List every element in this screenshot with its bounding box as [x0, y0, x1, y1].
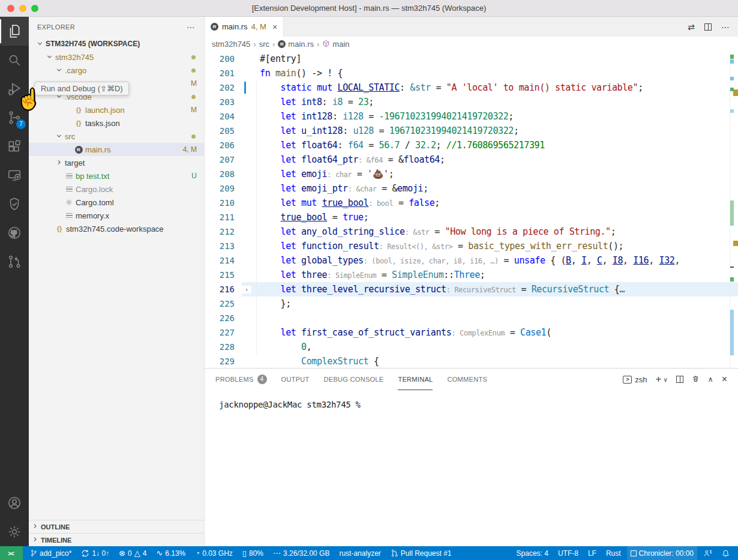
status-language[interactable]: Rust — [602, 546, 625, 560]
status-pull-request[interactable]: Pull Request #1 — [387, 546, 455, 560]
explorer-more-actions-icon[interactable]: ⋯ — [187, 22, 196, 32]
status-memory[interactable]: ⋯3.26/32.00 GB — [269, 546, 333, 560]
line-number: 202 — [205, 83, 242, 92]
minimize-window-button[interactable] — [19, 5, 26, 12]
code-line-225[interactable]: 225 }; — [205, 297, 738, 311]
open-changes-icon[interactable]: ⇄ — [688, 22, 695, 32]
remote-indicator[interactable]: >< — [0, 546, 23, 560]
code-line-227[interactable]: 227 let first_case_of_struct_variants: C… — [205, 325, 738, 340]
status-text: add_pico* — [40, 549, 71, 558]
code-line-213[interactable]: 213 let function_result: Result<(), &str… — [205, 239, 738, 253]
tab-close-icon[interactable]: × — [272, 22, 277, 32]
tree-item-stm32h745.code-workspace[interactable]: {}stm32h745.code-workspace — [29, 222, 204, 235]
close-panel-icon[interactable]: × — [722, 374, 727, 385]
tree-item-tasks.json[interactable]: {}tasks.json — [29, 116, 204, 130]
tab-main-rs[interactable]: R main.rs 4, M × — [205, 17, 284, 37]
tree-item-main.rs[interactable]: Rmain.rs4, M — [29, 143, 204, 156]
panel-tab-output[interactable]: OUTPUT — [281, 369, 310, 390]
chevron-down-icon[interactable] — [35, 40, 44, 49]
code-line-210[interactable]: 210 let mut true_bool: bool = false; — [205, 196, 738, 210]
breadcrumb-item-main[interactable]: main — [322, 40, 349, 49]
accounts-icon[interactable] — [0, 489, 29, 517]
fold-chevron-icon[interactable]: › — [242, 286, 251, 294]
sidebar-section-outline[interactable]: OUTLINE — [29, 520, 204, 533]
pull-requests-icon[interactable] — [0, 247, 29, 276]
breadcrumb-item-stm32h745[interactable]: stm32h745 — [212, 40, 250, 49]
terminal-shell-selector[interactable]: >zsh — [623, 375, 647, 384]
status-cpu-freq[interactable]: ◔0.03 GHz — [191, 546, 236, 560]
close-window-button[interactable] — [7, 5, 14, 12]
split-editor-icon[interactable] — [704, 23, 712, 31]
tree-item-launch.json[interactable]: {}launch.jsonM — [29, 103, 204, 116]
code-line-207[interactable]: 207 let float64_ptr: &f64 = &float64; — [205, 152, 738, 167]
chevron-right-icon[interactable] — [54, 158, 64, 167]
status-chronicler[interactable]: Chronicler: 00:00 — [627, 546, 697, 560]
breadcrumb-item-main-rs[interactable]: Rmain.rs — [278, 40, 314, 49]
status-eol[interactable]: LF — [584, 546, 600, 560]
code-line-202[interactable]: 202 static mut LOCAL_STATIC: &str = "A '… — [205, 80, 738, 95]
code-line-204[interactable]: 204 let int128: i128 = -1967102319940214… — [205, 109, 738, 124]
code-line-209[interactable]: 209 let emoji_ptr: &char = &emoji; — [205, 181, 738, 196]
status-git-branch[interactable]: add_pico* — [26, 546, 75, 560]
code-line-226[interactable]: 226 — [205, 311, 738, 325]
tree-item-cargo.toml[interactable]: Cargo.toml — [29, 196, 204, 209]
code-line-208[interactable]: 208 let emoji: char = '💩'; — [205, 167, 738, 181]
kill-terminal-icon[interactable] — [692, 375, 700, 385]
code-line-228[interactable]: 228 0, — [205, 340, 738, 354]
status-notifications[interactable] — [718, 546, 733, 560]
split-terminal-icon[interactable] — [676, 376, 683, 383]
tree-item-.cargo[interactable]: .cargo — [29, 64, 204, 77]
status-cpu-usage[interactable]: ∿6.13% — [152, 546, 189, 560]
testing-icon[interactable] — [0, 190, 29, 218]
code-line-215[interactable]: 215 let three: SimpleEnum = SimpleEnum::… — [205, 268, 738, 282]
code-line-205[interactable]: 205 let u_int128: u128 = 196710231994021… — [205, 124, 738, 138]
panel-tab-comments[interactable]: COMMENTS — [447, 369, 487, 390]
tree-item-stm32h745-workspace-[interactable]: STM32H745 (WORKSPACE) — [29, 37, 204, 50]
editor-more-actions-icon[interactable]: ⋯ — [721, 22, 730, 32]
code-line-212[interactable]: 212 let any_old_string_slice: &str = "Ho… — [205, 224, 738, 239]
status-encoding[interactable]: UTF-8 — [554, 546, 582, 560]
overview-ruler[interactable] — [730, 52, 733, 368]
extensions-icon[interactable] — [0, 132, 29, 161]
tree-item-src[interactable]: src — [29, 130, 204, 143]
zoom-window-button[interactable] — [31, 5, 38, 12]
code-line-211[interactable]: 211 true_bool = true; — [205, 210, 738, 224]
explorer-icon[interactable] — [0, 17, 29, 46]
code-line-200[interactable]: 200#[entry] — [205, 52, 738, 66]
code-line-229[interactable]: 229 ComplexStruct { — [205, 354, 738, 368]
terminal-content[interactable]: jacknoppe@JackMac stm32h745 % — [205, 390, 738, 419]
chevron-down-icon[interactable] — [44, 53, 54, 62]
code-line-203[interactable]: 203 let int8: i8 = 23; — [205, 95, 738, 109]
github-icon[interactable] — [0, 218, 29, 247]
code-editor[interactable]: 200#[entry]201fn main() -> ! {202 static… — [205, 52, 738, 368]
sidebar-section-timeline[interactable]: TIMELINE — [29, 533, 204, 546]
chevron-down-icon[interactable] — [54, 66, 64, 75]
remote-explorer-icon[interactable] — [0, 161, 29, 190]
tree-item-cargo.lock[interactable]: Cargo.lock — [29, 182, 204, 196]
settings-icon[interactable] — [0, 517, 29, 546]
code-line-216[interactable]: 216› let three_level_recursive_struct: R… — [205, 282, 738, 297]
status-feedback[interactable] — [700, 546, 716, 560]
panel-tab-label: COMMENTS — [447, 376, 487, 383]
status-indentation[interactable]: Spaces: 4 — [513, 546, 552, 560]
new-terminal-button[interactable]: +∨ — [656, 373, 668, 385]
rust-file-icon: R — [211, 23, 218, 31]
status-sync-changes[interactable]: 1↓ 0↑ — [77, 546, 113, 560]
tree-item-bp-test.txt[interactable]: bp test.txtU — [29, 169, 204, 182]
maximize-panel-icon[interactable]: ∧ — [708, 375, 713, 384]
panel-tab-debug-console[interactable]: DEBUG CONSOLE — [324, 369, 384, 390]
search-icon[interactable] — [0, 46, 29, 74]
panel-tab-problems[interactable]: PROBLEMS4 — [215, 369, 267, 390]
status-battery[interactable]: ▯80% — [239, 546, 267, 560]
code-line-214[interactable]: 214 let global_types: (bool, isize, char… — [205, 253, 738, 268]
tree-item-stm32h745[interactable]: stm32h745 — [29, 50, 204, 64]
status-problems[interactable]: ⊗0△4 — [115, 546, 150, 560]
code-line-201[interactable]: 201fn main() -> ! { — [205, 66, 738, 80]
code-line-206[interactable]: 206 let float64: f64 = 56.7 / 32.2; //1.… — [205, 138, 738, 152]
tree-item-memory.x[interactable]: memory.x — [29, 209, 204, 222]
breadcrumb-item-src[interactable]: src — [259, 40, 269, 49]
status-rust-analyzer[interactable]: rust-analyzer — [335, 546, 384, 560]
panel-tab-terminal[interactable]: TERMINAL — [398, 369, 433, 390]
tree-item-target[interactable]: target — [29, 156, 204, 169]
chevron-down-icon[interactable] — [54, 132, 64, 141]
